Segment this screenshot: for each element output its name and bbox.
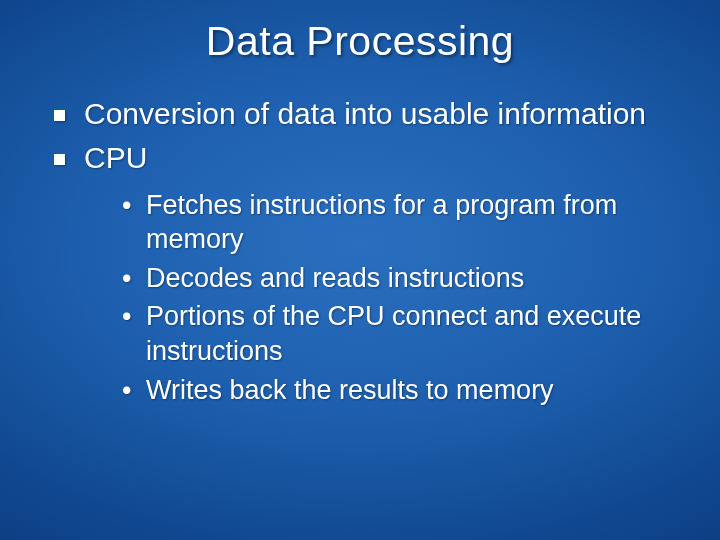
bullet-item: CPU • Fetches instructions for a program… <box>40 139 680 407</box>
sub-bullet-text: Fetches instructions for a program from … <box>146 190 617 255</box>
sub-bullet-text: Portions of the CPU connect and execute … <box>146 301 641 366</box>
sub-bullet-text: Decodes and reads instructions <box>146 263 524 293</box>
sub-bullet-item: • Fetches instructions for a program fro… <box>84 188 680 257</box>
sub-bullet-item: • Writes back the results to memory <box>84 373 680 408</box>
slide-title: Data Processing <box>0 0 720 65</box>
sub-bullet-item: • Decodes and reads instructions <box>84 261 680 296</box>
bullet-list-level2: • Fetches instructions for a program fro… <box>84 188 680 407</box>
slide: Data Processing Conversion of data into … <box>0 0 720 540</box>
bullet-list-level1: Conversion of data into usable informati… <box>40 95 680 407</box>
slide-content: Conversion of data into usable informati… <box>0 65 720 407</box>
bullet-dot-icon: • <box>122 373 131 408</box>
bullet-text: Conversion of data into usable informati… <box>84 97 646 130</box>
bullet-dot-icon: • <box>122 299 131 334</box>
bullet-item: Conversion of data into usable informati… <box>40 95 680 133</box>
bullet-text: CPU <box>84 141 147 174</box>
bullet-dot-icon: • <box>122 261 131 296</box>
sub-bullet-text: Writes back the results to memory <box>146 375 554 405</box>
bullet-dot-icon: • <box>122 188 131 223</box>
sub-bullet-item: • Portions of the CPU connect and execut… <box>84 299 680 368</box>
